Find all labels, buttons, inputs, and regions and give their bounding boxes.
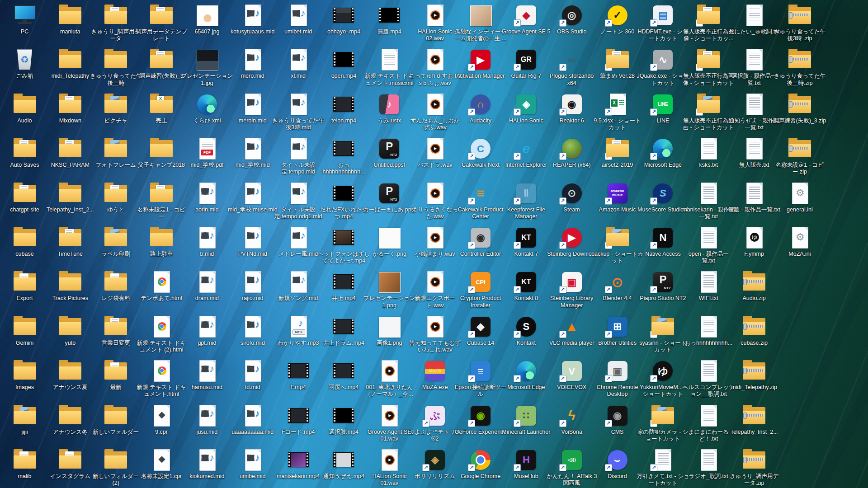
desktop-icon[interactable]: かるーく.png <box>367 223 412 258</box>
desktop-icon[interactable]: ↗airset2-2019 <box>594 134 640 169</box>
desktop-icon[interactable]: ♪jusu.mid <box>184 401 230 436</box>
desktop-icon[interactable]: ゆ↗YukkuriMovieM... - ショートカット <box>640 357 686 398</box>
desktop-icon[interactable]: ▶ずんだもん_しおかぜふ.wav <box>412 90 458 131</box>
desktop-icon[interactable]: ∷↗Minecraft Launcher <box>503 401 549 436</box>
desktop-icon[interactable]: ♪b.mid <box>184 223 230 258</box>
desktop-icon[interactable]: ∿↗JQuake.exe - ショートカット <box>640 45 686 87</box>
desktop-icon[interactable]: V↗VOICEVOX <box>549 357 594 391</box>
desktop-icon[interactable]: ♪umibet.mid <box>275 1 321 35</box>
desktop-icon[interactable]: ♪hamusu.mid <box>184 357 230 391</box>
desktop-icon[interactable]: 調声用データテンプレート <box>139 1 184 42</box>
desktop-icon[interactable]: midi_Telepathy.zip <box>731 357 777 391</box>
desktop-icon[interactable]: ♪タイトル未設定.tempo.orig1.mid <box>275 179 321 221</box>
desktop-icon[interactable]: ピクチャ <box>93 90 139 124</box>
desktop-icon[interactable]: ↗REAPER (x64) <box>549 134 594 169</box>
desktop-icon[interactable]: ◆名称未設定1.cpr <box>139 446 184 480</box>
desktop-icon[interactable]: おっhhhhhhhhhhhh... <box>321 134 367 176</box>
desktop-icon[interactable]: Auto Saves <box>2 134 47 169</box>
desktop-icon[interactable]: Mixdown <box>47 90 93 124</box>
desktop-icon[interactable]: ⊞↗Brother Utilities <box>594 312 640 347</box>
desktop-icon[interactable]: ◁)))↗かんたん！ AITalk 3 関西風 <box>549 446 594 487</box>
desktop-icon[interactable]: N↗Native Access <box>640 223 686 258</box>
desktop-icon[interactable]: ‖↗Keepforest File Manager <box>503 179 549 221</box>
desktop-icon[interactable]: ♪mid_学校 muse.mid <box>230 179 275 213</box>
desktop-icon[interactable]: ↗無人販売不正行為画像 - ショートカット <box>686 45 731 87</box>
desktop-icon[interactable]: 65407.jpg <box>184 1 230 35</box>
desktop-icon[interactable]: ▶よりうるさくなった.wav <box>412 179 458 221</box>
desktop-icon[interactable]: ♪メドレー風.mid <box>275 223 321 258</box>
desktop-icon[interactable]: ⊙↗Steam <box>549 179 594 213</box>
desktop-icon[interactable]: きゅうり食ってた午後3時 .zip <box>777 1 822 42</box>
desktop-icon[interactable]: ♪gpt.mid <box>184 312 230 347</box>
desktop-icon[interactable]: ◆↗Groove Agent SE 5 <box>503 1 549 35</box>
desktop-icon[interactable]: きゅうり_調声用データ <box>93 1 139 42</box>
desktop-icon[interactable]: ↗筆まめ Ver.28 <box>594 45 640 80</box>
desktop-icon[interactable]: ▲↗VLC media player <box>549 312 594 347</box>
desktop-icon[interactable]: Telepathy_Inst_2... <box>731 401 777 436</box>
desktop-icon[interactable]: midi_Telepathy <box>47 45 93 80</box>
desktop-icon[interactable]: ▶バスドラ.wav <box>412 134 458 169</box>
desktop-icon[interactable]: ▣↗Chrome Remote Desktop <box>594 357 640 398</box>
desktop-icon[interactable]: ♪うみ.ustx <box>367 90 412 124</box>
desktop-icon[interactable]: ♪kotusytuaaus.mid <box>230 1 275 35</box>
desktop-icon[interactable]: KT↗Kontakt 8 <box>503 267 549 302</box>
desktop-icon[interactable]: sfz↗Plogue sforzando x64 <box>549 45 594 87</box>
desktop-icon[interactable]: おっhhhhhhhhhh... <box>686 312 731 347</box>
desktop-icon[interactable]: ◉↗Controller Editor <box>458 223 504 258</box>
desktop-icon[interactable]: manisekarin - 親作品一覧.txt <box>686 179 731 221</box>
desktop-icon[interactable]: ヘッドフォンはずしててよかっt.mp4 <box>321 223 367 265</box>
desktop-icon[interactable]: 孤独なインディーゲーム開発者の一生 ... <box>458 1 504 42</box>
desktop-icon[interactable]: レジ袋有料 <box>93 267 139 302</box>
desktop-icon[interactable]: ◉↗Reaktor 6 <box>549 90 594 124</box>
desktop-icon[interactable]: ↗無人販売不正行為動画 - ショートカット <box>686 90 731 131</box>
desktop-icon[interactable]: PNT2おーばーまにあ.ppsf <box>367 179 412 213</box>
desktop-icon[interactable]: 無人販売.txt <box>731 134 777 169</box>
desktop-icon[interactable]: ▶HALion Sonic 02.wav <box>412 1 458 42</box>
desktop-icon[interactable]: ▶HALion Sonic 01.wav <box>367 446 412 487</box>
desktop-icon[interactable]: 父子キャンプ2018 <box>139 134 184 169</box>
desktop-icon[interactable]: ◉↗CMS <box>594 401 640 436</box>
desktop-icon[interactable]: ▶↗Steinberg Downlo... <box>549 223 594 258</box>
desktop-icon[interactable]: ♪uaaaaaaaaa.mid <box>230 401 275 436</box>
desktop-icon[interactable]: teion.mp4 <box>321 90 367 124</box>
desktop-icon[interactable]: yuto <box>47 312 93 347</box>
desktop-icon[interactable]: Audio.zip <box>731 267 777 302</box>
desktop-icon[interactable]: まにまにわーるど！.txt <box>686 401 731 443</box>
desktop-icon[interactable]: jijii <box>2 401 47 436</box>
desktop-icon[interactable]: ♪新規ソング.mid <box>275 267 321 302</box>
desktop-icon[interactable]: ♪td.mid <box>230 357 275 391</box>
desktop-icon[interactable]: テンポあて.html <box>139 267 184 302</box>
desktop-icon[interactable]: プレゼンテーション1.jpg <box>184 45 230 87</box>
desktop-icon[interactable]: ↗家の防犯カメラ - ショートカット <box>640 401 686 443</box>
desktop-icon[interactable]: ♪mid_学校.mid <box>230 134 275 169</box>
desktop-icon[interactable]: 井上.mp4 <box>321 267 367 302</box>
desktop-icon[interactable]: chatgpt-site <box>2 179 47 213</box>
desktop-icon[interactable]: ♪xl.mid <box>275 45 321 80</box>
desktop-icon[interactable]: きゅうり_調声用データ.zip <box>731 446 777 487</box>
desktop-icon[interactable]: 最新 <box>93 357 139 391</box>
desktop-icon[interactable]: ▶小銭詰まり.wav <box>412 223 458 258</box>
desktop-icon[interactable]: S↗MuseScore Studio 4 <box>640 179 686 213</box>
desktop-icon[interactable]: ▶新規エクスポート.wav <box>412 267 458 309</box>
desktop-icon[interactable]: ♪umibe.mid <box>230 446 275 480</box>
desktop-icon[interactable]: C↗Cakewalk Next <box>458 134 504 169</box>
desktop-icon[interactable]: open.mp4 <box>321 45 367 80</box>
desktop-icon[interactable]: ▶001_東北きりたん（ノーマル）_今じゃ... <box>367 357 412 398</box>
desktop-icon[interactable]: cubase <box>2 223 47 258</box>
desktop-icon[interactable]: ✓↗ノートン 360 <box>594 1 640 35</box>
desktop-icon[interactable]: アナウンス夏 <box>47 357 93 391</box>
desktop-icon[interactable]: 画像1.png <box>367 312 412 347</box>
desktop-icon[interactable]: ⚙general.ini <box>777 179 822 213</box>
desktop-icon[interactable]: ≡↗Epson 接続診断ツール <box>458 357 504 398</box>
desktop-icon[interactable]: ↗Google Chrome <box>458 446 504 480</box>
desktop-icon[interactable]: Fコード.mp4 <box>275 401 321 436</box>
desktop-icon[interactable]: ♪タイトル未設定.tempo.mid <box>275 134 321 176</box>
desktop-icon[interactable]: 死にたい_ゅ歌詞.txt <box>731 1 777 35</box>
desktop-icon[interactable]: ラベル印刷 <box>93 223 139 258</box>
desktop-icon[interactable]: ▣↗Steinberg Library Manager <box>549 267 594 309</box>
desktop-icon[interactable]: ↗backup - ショートカット <box>594 223 640 265</box>
desktop-icon[interactable]: ksks.txt <box>686 134 731 169</box>
desktop-icon[interactable]: 新規 テキスト ドキュメント (2).html <box>139 312 184 354</box>
desktop-icon[interactable]: ♪きゅうり食ってた午後3時.mid <box>275 90 321 131</box>
desktop-icon[interactable]: manisekarin.mp4 <box>275 446 321 480</box>
